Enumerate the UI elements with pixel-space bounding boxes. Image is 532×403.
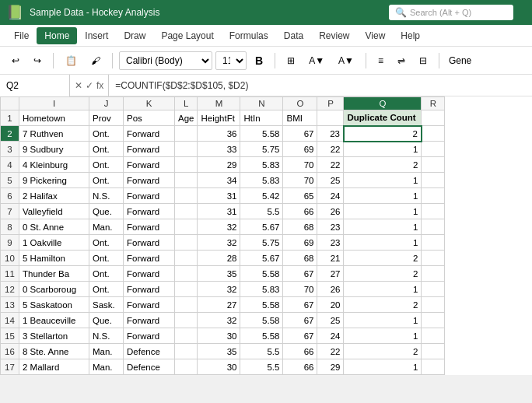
cell-N3[interactable]: 5.75 bbox=[240, 142, 283, 157]
cell-J2[interactable]: Ont. bbox=[89, 126, 124, 142]
formula-input[interactable]: =COUNTIF($D$2:$D$105, $D2) bbox=[109, 80, 532, 91]
cell-P12[interactable]: 26 bbox=[317, 282, 344, 297]
cell-L16[interactable] bbox=[175, 344, 198, 359]
cell-P8[interactable]: 23 bbox=[317, 219, 344, 235]
cell-Q1[interactable]: Duplicate Count bbox=[344, 110, 422, 126]
cell-L15[interactable] bbox=[175, 328, 198, 344]
name-box[interactable]: Q2 bbox=[0, 75, 70, 96]
cell-I16[interactable]: 8 Ste. Anne bbox=[19, 344, 89, 359]
col-header-N[interactable]: N bbox=[240, 97, 283, 110]
cell-R12[interactable] bbox=[422, 282, 445, 297]
col-header-Q[interactable]: Q bbox=[344, 97, 422, 110]
cell-R6[interactable] bbox=[422, 188, 445, 204]
cell-J8[interactable]: Man. bbox=[89, 219, 124, 235]
cell-J16[interactable]: Man. bbox=[89, 344, 124, 359]
cell-O4[interactable]: 70 bbox=[283, 157, 317, 173]
cell-K6[interactable]: Forward bbox=[124, 188, 175, 204]
cell-O11[interactable]: 67 bbox=[283, 266, 317, 282]
cell-K9[interactable]: Forward bbox=[124, 235, 175, 251]
cell-Q6[interactable]: 1 bbox=[344, 188, 422, 204]
cell-M11[interactable]: 35 bbox=[198, 266, 240, 282]
menu-item-home[interactable]: Home bbox=[37, 27, 77, 44]
menu-item-data[interactable]: Data bbox=[276, 27, 311, 44]
cell-O12[interactable]: 70 bbox=[283, 282, 317, 297]
col-header-L[interactable]: L bbox=[175, 97, 198, 110]
cell-M3[interactable]: 33 bbox=[198, 142, 240, 157]
cell-J17[interactable]: Man. bbox=[89, 359, 124, 375]
cell-R3[interactable] bbox=[422, 142, 445, 157]
cell-M15[interactable]: 30 bbox=[198, 328, 240, 344]
cell-N1[interactable]: HtIn bbox=[240, 110, 283, 126]
cell-K16[interactable]: Defence bbox=[124, 344, 175, 359]
cell-L10[interactable] bbox=[175, 251, 198, 266]
cell-I2[interactable]: 7 Ruthven bbox=[19, 126, 89, 142]
cell-J13[interactable]: Sask. bbox=[89, 297, 124, 313]
cell-I9[interactable]: 1 Oakville bbox=[19, 235, 89, 251]
cell-J11[interactable]: Ont. bbox=[89, 266, 124, 282]
cell-M16[interactable]: 35 bbox=[198, 344, 240, 359]
menu-item-help[interactable]: Help bbox=[393, 27, 428, 44]
cell-I8[interactable]: 0 St. Anne bbox=[19, 219, 89, 235]
cell-N17[interactable]: 5.5 bbox=[240, 359, 283, 375]
cell-R15[interactable] bbox=[422, 328, 445, 344]
cell-M10[interactable]: 28 bbox=[198, 251, 240, 266]
cell-K8[interactable]: Forward bbox=[124, 219, 175, 235]
menu-item-pagelayout[interactable]: Page Layout bbox=[153, 27, 221, 44]
cell-Q14[interactable]: 1 bbox=[344, 313, 422, 328]
cell-O8[interactable]: 68 bbox=[283, 219, 317, 235]
cell-K4[interactable]: Forward bbox=[124, 157, 175, 173]
cell-I12[interactable]: 0 Scarboroug bbox=[19, 282, 89, 297]
cell-R9[interactable] bbox=[422, 235, 445, 251]
cell-L11[interactable] bbox=[175, 266, 198, 282]
cell-P14[interactable]: 25 bbox=[317, 313, 344, 328]
cell-J7[interactable]: Que. bbox=[89, 204, 124, 219]
cell-I4[interactable]: 4 Kleinburg bbox=[19, 157, 89, 173]
wrap-button[interactable]: ⇌ bbox=[392, 52, 411, 69]
cell-K14[interactable]: Forward bbox=[124, 313, 175, 328]
cell-R5[interactable] bbox=[422, 173, 445, 188]
menu-item-review[interactable]: Review bbox=[311, 27, 357, 44]
menu-item-view[interactable]: View bbox=[358, 27, 394, 44]
cell-Q13[interactable]: 2 bbox=[344, 297, 422, 313]
cell-Q17[interactable]: 1 bbox=[344, 359, 422, 375]
menu-item-file[interactable]: File bbox=[6, 27, 37, 44]
col-header-I[interactable]: I bbox=[19, 97, 89, 110]
cell-O14[interactable]: 67 bbox=[283, 313, 317, 328]
menu-item-insert[interactable]: Insert bbox=[77, 27, 116, 44]
cell-M4[interactable]: 29 bbox=[198, 157, 240, 173]
col-header-P[interactable]: P bbox=[317, 97, 344, 110]
cell-O10[interactable]: 68 bbox=[283, 251, 317, 266]
cell-J4[interactable]: Ont. bbox=[89, 157, 124, 173]
cell-I1[interactable]: Hometown bbox=[19, 110, 89, 126]
cell-Q4[interactable]: 2 bbox=[344, 157, 422, 173]
cell-O5[interactable]: 70 bbox=[283, 173, 317, 188]
cell-N14[interactable]: 5.58 bbox=[240, 313, 283, 328]
menu-item-formulas[interactable]: Formulas bbox=[222, 27, 276, 44]
cell-K11[interactable]: Forward bbox=[124, 266, 175, 282]
cell-P15[interactable]: 24 bbox=[317, 328, 344, 344]
cell-K15[interactable]: Forward bbox=[124, 328, 175, 344]
cell-K10[interactable]: Forward bbox=[124, 251, 175, 266]
cell-P7[interactable]: 26 bbox=[317, 204, 344, 219]
cell-N11[interactable]: 5.58 bbox=[240, 266, 283, 282]
col-header-K[interactable]: K bbox=[124, 97, 175, 110]
cell-Q12[interactable]: 1 bbox=[344, 282, 422, 297]
cell-M13[interactable]: 27 bbox=[198, 297, 240, 313]
cell-R2[interactable] bbox=[422, 126, 445, 142]
cell-N7[interactable]: 5.5 bbox=[240, 204, 283, 219]
cell-P5[interactable]: 25 bbox=[317, 173, 344, 188]
font-size-selector[interactable]: 11 bbox=[215, 51, 247, 70]
cell-J6[interactable]: N.S. bbox=[89, 188, 124, 204]
cell-K13[interactable]: Forward bbox=[124, 297, 175, 313]
search-box[interactable]: 🔍 Search (Alt + Q) bbox=[389, 5, 513, 20]
cell-Q10[interactable]: 2 bbox=[344, 251, 422, 266]
align-button[interactable]: ≡ bbox=[373, 52, 389, 69]
cell-I6[interactable]: 2 Halifax bbox=[19, 188, 89, 204]
cell-P6[interactable]: 24 bbox=[317, 188, 344, 204]
cell-J14[interactable]: Que. bbox=[89, 313, 124, 328]
col-header-M[interactable]: M bbox=[198, 97, 240, 110]
cell-R17[interactable] bbox=[422, 359, 445, 375]
cell-R14[interactable] bbox=[422, 313, 445, 328]
font-selector[interactable]: Calibri (Body) bbox=[119, 51, 212, 70]
cell-I15[interactable]: 3 Stellarton bbox=[19, 328, 89, 344]
